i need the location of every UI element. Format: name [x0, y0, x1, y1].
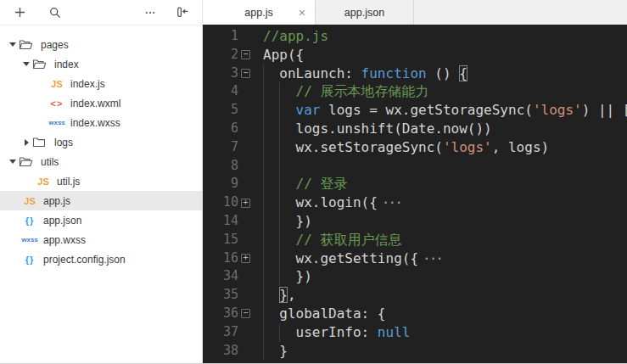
line-number: 14 — [203, 212, 238, 231]
chevron-right-icon[interactable] — [20, 139, 32, 146]
file-icon-js: JS — [19, 197, 41, 205]
close-icon[interactable]: × — [299, 7, 305, 19]
code-line: 6 logs.unshift(Date.now()) — [203, 120, 627, 138]
code-content: // 获取用户信息 — [253, 231, 627, 249]
tree-file-index.wxml[interactable]: <>index.wxml — [0, 93, 202, 113]
line-number: 10 — [203, 193, 238, 212]
chevron-down-icon[interactable] — [20, 62, 32, 66]
search-icon — [49, 7, 61, 19]
chevron-down-icon[interactable] — [7, 42, 19, 47]
code-token: 'logs' — [443, 139, 492, 155]
code-content: App({ — [253, 46, 627, 64]
fold-gutter — [238, 157, 253, 176]
code-line: 3− onLaunch: function () { — [203, 64, 627, 83]
collapse-sidebar-button[interactable] — [175, 5, 190, 20]
tree-item-label: index — [54, 59, 79, 70]
code-content: } — [253, 342, 627, 361]
code-line: 15 // 获取用户信息 — [203, 231, 627, 249]
fold-gutter — [238, 101, 253, 120]
code-content: }, — [253, 286, 627, 305]
code-token: } — [263, 343, 288, 359]
code-token: 'logs' — [533, 102, 582, 118]
tree-item-label: project.config.json — [43, 254, 126, 266]
fold-gutter: − — [238, 46, 253, 64]
tree-item-label: app.wxss — [43, 234, 86, 246]
fold-expand-icon[interactable]: + — [241, 199, 250, 208]
tree-file-app.wxss[interactable]: wxssapp.wxss — [0, 230, 202, 249]
search-button[interactable] — [48, 5, 63, 20]
code-content: // 登录 — [253, 175, 627, 193]
tree-item-label: index.wxml — [70, 98, 120, 109]
tab-app.js[interactable]: app.js× — [203, 0, 316, 25]
code-line: 34 }) — [203, 267, 627, 286]
code-token: onLaunch: — [263, 65, 361, 81]
line-number: 7 — [203, 138, 238, 157]
tree-file-index.wxss[interactable]: wxssindex.wxss — [0, 113, 202, 132]
tree-folder-utils[interactable]: utils — [0, 152, 202, 171]
fold-gutter: + — [238, 249, 253, 268]
chevron-down-icon[interactable] — [7, 160, 19, 164]
code-content: // 展示本地存储能力 — [253, 82, 627, 101]
code-content: logs.unshift(Date.now()) — [253, 120, 627, 138]
code-content: onLaunch: function () { — [253, 64, 627, 83]
code-token: , logs) — [492, 139, 549, 155]
code-content: //app.js — [253, 27, 627, 46]
folder-open-icon — [19, 156, 34, 167]
code-token: globalData: { — [263, 305, 386, 322]
file-explorer-sidebar: pagesindexJSindex.js<>index.wxmlwxssinde… — [0, 0, 203, 363]
code-token: // 获取用户信息 — [296, 232, 402, 248]
code-line: 8 — [203, 157, 627, 176]
code-content: wx.getSetting({··· — [253, 249, 627, 268]
code-token: App({ — [263, 47, 304, 63]
tree-folder-logs[interactable]: logs — [0, 132, 202, 152]
code-line: 16+ wx.getSetting({··· — [203, 249, 627, 268]
line-number: 34 — [203, 267, 238, 286]
file-icon-wxss: wxss — [19, 236, 41, 244]
code-token: userInfo: — [263, 324, 378, 340]
file-icon-json: {} — [19, 255, 41, 264]
tree-file-index.js[interactable]: JSindex.js — [0, 74, 202, 93]
tree-file-project.config.json[interactable]: {}project.config.json — [0, 249, 202, 269]
code-token: logs = wx.getStorageSync( — [320, 102, 532, 118]
code-content: wx.login({··· — [253, 193, 627, 212]
fold-collapse-icon[interactable]: − — [241, 50, 250, 59]
tree-file-app.js[interactable]: JSapp.js — [0, 191, 202, 210]
code-token — [263, 232, 296, 248]
fold-expand-icon[interactable]: + — [241, 254, 250, 263]
code-line: 35 }, — [203, 286, 627, 305]
code-content: userInfo: null — [253, 323, 627, 342]
code-token: }) — [263, 268, 312, 284]
code-content: }) — [253, 212, 627, 231]
code-token: () — [427, 65, 460, 81]
tab-label: app.json — [344, 7, 384, 19]
code-line: 37 userInfo: null — [203, 323, 627, 342]
line-number: 38 — [203, 342, 238, 361]
code-token: // 登录 — [296, 176, 348, 192]
code-content — [253, 157, 627, 176]
code-editor[interactable]: 1//app.js2−App({3− onLaunch: function ()… — [203, 25, 627, 363]
indent-guide — [263, 157, 264, 176]
fold-collapse-icon[interactable]: − — [241, 69, 250, 78]
code-token: //app.js — [263, 28, 328, 44]
tree-folder-pages[interactable]: pages — [0, 35, 202, 54]
line-number: 5 — [203, 101, 238, 120]
new-file-button[interactable] — [12, 5, 27, 20]
file-icon-js: JS — [46, 80, 68, 88]
code-line: 7 wx.setStorageSync('logs', logs) — [203, 138, 627, 157]
code-token: }) — [263, 213, 312, 229]
fold-gutter — [238, 231, 253, 249]
line-number: 9 — [203, 175, 238, 193]
code-token: // 展示本地存储能力 — [296, 83, 429, 99]
fold-gutter — [238, 267, 253, 286]
tree-item-label: util.js — [57, 176, 80, 188]
tree-folder-index[interactable]: index — [0, 54, 202, 74]
more-actions-button[interactable] — [143, 5, 158, 20]
tab-app.json[interactable]: app.json — [316, 0, 414, 25]
tree-file-app.json[interactable]: {}app.json — [0, 210, 202, 230]
fold-gutter — [238, 27, 253, 46]
fold-collapse-icon[interactable]: − — [241, 309, 250, 318]
code-line: 9 // 登录 — [203, 175, 627, 193]
line-number: 15 — [203, 231, 238, 249]
tree-file-util.js[interactable]: JSutil.js — [0, 171, 202, 191]
line-number: 6 — [203, 120, 238, 138]
